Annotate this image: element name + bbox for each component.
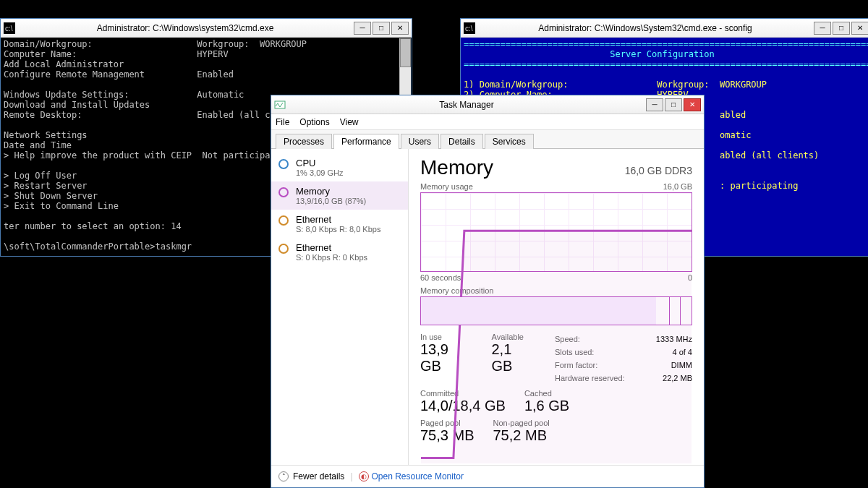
tab-performance[interactable]: Performance [333,134,399,149]
tab-services[interactable]: Services [485,134,534,149]
window-title: Administrator: C:\Windows\System32\cmd.e… [478,23,812,33]
ethernet-ring-icon [278,215,289,226]
close-button[interactable]: ✕ [684,98,701,111]
resource-sidebar: CPU 1% 3,09 GHz Memory 13,9/16,0 GB (87%… [271,149,409,465]
fewer-details-link[interactable]: Fewer details [293,471,344,481]
window-title: Administrator: C:\Windows\system32\cmd.e… [18,23,352,33]
sidebar-item-ethernet-1[interactable]: Ethernet S: 8,0 Kbps R: 8,0 Kbps [271,210,408,238]
menu-options[interactable]: Options [299,117,329,127]
svg-text:c:\: c:\ [465,25,473,33]
task-manager-window[interactable]: Task Manager ─ □ ✕ File Options View Pro… [271,95,705,488]
scrollbar-thumb[interactable] [400,38,411,67]
chevron-up-icon[interactable]: ˄ [278,471,289,481]
taskmgr-icon [274,99,286,111]
menubar: File Options View [271,114,704,130]
cmd-icon: c:\ [4,22,15,34]
tab-details[interactable]: Details [441,134,483,149]
sidebar-sub: S: 0 Kbps R: 0 Kbps [296,253,367,262]
menu-view[interactable]: View [340,117,359,127]
ethernet-ring-icon [278,244,289,254]
titlebar[interactable]: c:\ Administrator: C:\Windows\system32\c… [1,19,412,38]
footer: ˄ Fewer details | ◐ Open Resource Monito… [271,465,704,487]
cmd-icon: c:\ [464,22,475,34]
sidebar-label: Memory [296,186,366,197]
svg-text:c:\: c:\ [5,25,13,33]
sidebar-item-ethernet-2[interactable]: Ethernet S: 0 Kbps R: 0 Kbps [271,238,408,266]
memory-usage-graph[interactable] [420,192,692,272]
sidebar-label: Ethernet [296,214,380,225]
sidebar-item-cpu[interactable]: CPU 1% 3,09 GHz [271,153,408,181]
page-title: Memory [420,156,493,179]
close-button[interactable]: ✕ [391,22,409,35]
memory-ring-icon [278,187,289,197]
open-resource-monitor-link[interactable]: Open Resource Monitor [372,471,464,481]
memory-spec: 16,0 GB DDR3 [625,165,692,176]
memory-composition-bar[interactable] [420,296,692,325]
composition-divider [669,297,670,325]
sidebar-sub: 13,9/16,0 GB (87%) [296,197,366,205]
tab-users[interactable]: Users [401,134,439,149]
resource-monitor-icon: ◐ [359,471,369,481]
maximize-button[interactable]: □ [833,22,850,35]
minimize-button[interactable]: ─ [354,22,371,35]
minimize-button[interactable]: ─ [814,22,831,35]
composition-used [421,297,656,325]
close-button[interactable]: ✕ [851,22,868,35]
minimize-button[interactable]: ─ [646,98,663,111]
menu-file[interactable]: File [276,117,289,127]
sidebar-label: Ethernet [296,242,367,253]
sidebar-item-memory[interactable]: Memory 13,9/16,0 GB (87%) [271,181,408,210]
graph-label: Memory usage [420,182,473,191]
graph-max: 16,0 GB [663,182,692,191]
tab-bar: Processes Performance Users Details Serv… [271,130,704,149]
titlebar[interactable]: c:\ Administrator: C:\Windows\System32\c… [461,19,868,38]
composition-divider [680,297,681,325]
cpu-ring-icon [278,159,289,169]
window-title: Task Manager [289,100,644,110]
maximize-button[interactable]: □ [373,22,390,35]
tab-processes[interactable]: Processes [276,134,332,149]
sidebar-sub: 1% 3,09 GHz [296,168,343,177]
sidebar-label: CPU [296,158,343,168]
sidebar-sub: S: 8,0 Kbps R: 8,0 Kbps [296,225,380,234]
performance-main: Memory 16,0 GB DDR3 Memory usage16,0 GB … [409,149,704,465]
maximize-button[interactable]: □ [665,98,682,111]
titlebar[interactable]: Task Manager ─ □ ✕ [271,95,704,114]
